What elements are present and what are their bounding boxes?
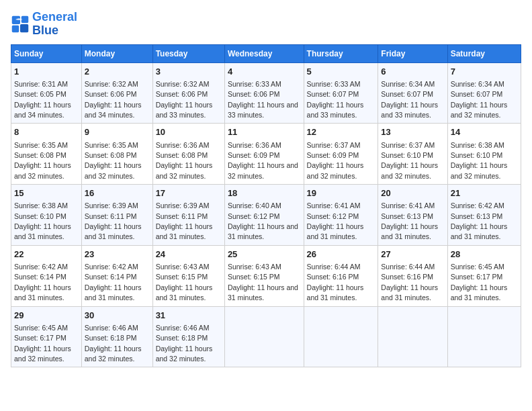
cell-detail: Sunrise: 6:37 AMSunset: 6:10 PMDaylight:…: [381, 141, 438, 180]
day-number: 7: [451, 66, 518, 78]
calendar-header-friday: Friday: [378, 44, 447, 62]
calendar-week-1: 1 Sunrise: 6:31 AMSunset: 6:05 PMDayligh…: [11, 62, 521, 124]
day-number: 26: [307, 248, 375, 261]
calendar-cell: 13 Sunrise: 6:37 AMSunset: 6:10 PMDaylig…: [378, 124, 447, 185]
calendar-header-wednesday: Wednesday: [224, 44, 304, 62]
cell-detail: Sunrise: 6:35 AMSunset: 6:08 PMDaylight:…: [14, 141, 71, 180]
calendar-table: SundayMondayTuesdayWednesdayThursdayFrid…: [11, 44, 521, 368]
calendar-header-monday: Monday: [81, 44, 152, 62]
calendar-cell: 26 Sunrise: 6:44 AMSunset: 6:16 PMDaylig…: [304, 245, 378, 306]
calendar-cell: 15 Sunrise: 6:38 AMSunset: 6:10 PMDaylig…: [11, 185, 82, 246]
cell-detail: Sunrise: 6:39 AMSunset: 6:11 PMDaylight:…: [85, 201, 142, 240]
cell-detail: Sunrise: 6:42 AMSunset: 6:14 PMDaylight:…: [14, 263, 71, 302]
cell-detail: Sunrise: 6:41 AMSunset: 6:12 PMDaylight:…: [307, 201, 364, 240]
cell-detail: Sunrise: 6:33 AMSunset: 6:06 PMDaylight:…: [228, 80, 298, 119]
day-number: 19: [307, 187, 375, 199]
day-number: 22: [14, 248, 79, 261]
cell-detail: Sunrise: 6:45 AMSunset: 6:17 PMDaylight:…: [14, 324, 71, 363]
cell-detail: Sunrise: 6:34 AMSunset: 6:07 PMDaylight:…: [451, 80, 508, 119]
calendar-cell: 7 Sunrise: 6:34 AMSunset: 6:07 PMDayligh…: [447, 62, 521, 124]
calendar-cell: 19 Sunrise: 6:41 AMSunset: 6:12 PMDaylig…: [304, 185, 378, 246]
calendar-cell: 23 Sunrise: 6:42 AMSunset: 6:14 PMDaylig…: [81, 245, 152, 306]
page-header: GeneralBlue: [11, 11, 521, 38]
calendar-cell: 12 Sunrise: 6:37 AMSunset: 6:09 PMDaylig…: [304, 124, 378, 185]
cell-detail: Sunrise: 6:43 AMSunset: 6:15 PMDaylight:…: [156, 263, 213, 302]
calendar-cell: 1 Sunrise: 6:31 AMSunset: 6:05 PMDayligh…: [11, 62, 82, 124]
calendar-cell: 24 Sunrise: 6:43 AMSunset: 6:15 PMDaylig…: [152, 245, 224, 306]
cell-detail: Sunrise: 6:44 AMSunset: 6:16 PMDaylight:…: [381, 263, 438, 302]
cell-detail: Sunrise: 6:38 AMSunset: 6:10 PMDaylight:…: [14, 201, 71, 240]
calendar-cell: 16 Sunrise: 6:39 AMSunset: 6:11 PMDaylig…: [81, 185, 152, 246]
cell-detail: Sunrise: 6:34 AMSunset: 6:07 PMDaylight:…: [381, 80, 438, 119]
day-number: 10: [156, 126, 222, 138]
calendar-header-saturday: Saturday: [447, 44, 521, 62]
cell-detail: Sunrise: 6:41 AMSunset: 6:13 PMDaylight:…: [381, 201, 438, 240]
calendar-cell: 27 Sunrise: 6:44 AMSunset: 6:16 PMDaylig…: [378, 245, 447, 306]
day-number: 20: [381, 187, 444, 199]
calendar-header-tuesday: Tuesday: [152, 44, 224, 62]
day-number: 31: [156, 310, 222, 322]
calendar-week-4: 22 Sunrise: 6:42 AMSunset: 6:14 PMDaylig…: [11, 245, 521, 306]
day-number: 18: [228, 187, 301, 199]
svg-rect-3: [20, 24, 28, 32]
calendar-cell: 25 Sunrise: 6:43 AMSunset: 6:15 PMDaylig…: [224, 245, 304, 306]
cell-detail: Sunrise: 6:32 AMSunset: 6:06 PMDaylight:…: [156, 80, 213, 119]
cell-detail: Sunrise: 6:42 AMSunset: 6:14 PMDaylight:…: [85, 263, 142, 302]
calendar-cell: [224, 306, 304, 367]
day-number: 3: [156, 66, 222, 78]
calendar-cell: 9 Sunrise: 6:35 AMSunset: 6:08 PMDayligh…: [81, 124, 152, 185]
cell-detail: Sunrise: 6:43 AMSunset: 6:15 PMDaylight:…: [228, 263, 298, 302]
day-number: 17: [156, 187, 222, 199]
day-number: 4: [228, 66, 301, 78]
calendar-cell: 14 Sunrise: 6:38 AMSunset: 6:10 PMDaylig…: [447, 124, 521, 185]
calendar-header-row: SundayMondayTuesdayWednesdayThursdayFrid…: [11, 44, 521, 62]
calendar-cell: 18 Sunrise: 6:40 AMSunset: 6:12 PMDaylig…: [224, 185, 304, 246]
calendar-cell: 4 Sunrise: 6:33 AMSunset: 6:06 PMDayligh…: [224, 62, 304, 124]
calendar-cell: [447, 306, 521, 367]
cell-detail: Sunrise: 6:38 AMSunset: 6:10 PMDaylight:…: [451, 141, 508, 180]
calendar-cell: 2 Sunrise: 6:32 AMSunset: 6:06 PMDayligh…: [81, 62, 152, 124]
cell-detail: Sunrise: 6:46 AMSunset: 6:18 PMDaylight:…: [85, 324, 142, 363]
day-number: 1: [14, 66, 79, 78]
calendar-cell: 11 Sunrise: 6:36 AMSunset: 6:09 PMDaylig…: [224, 124, 304, 185]
calendar-cell: 10 Sunrise: 6:36 AMSunset: 6:08 PMDaylig…: [152, 124, 224, 185]
cell-detail: Sunrise: 6:46 AMSunset: 6:18 PMDaylight:…: [156, 324, 213, 363]
day-number: 15: [14, 187, 79, 199]
cell-detail: Sunrise: 6:32 AMSunset: 6:06 PMDaylight:…: [85, 80, 142, 119]
day-number: 25: [228, 248, 301, 261]
calendar-cell: 5 Sunrise: 6:33 AMSunset: 6:07 PMDayligh…: [304, 62, 378, 124]
day-number: 14: [451, 126, 518, 138]
cell-detail: Sunrise: 6:44 AMSunset: 6:16 PMDaylight:…: [307, 263, 364, 302]
calendar-header-sunday: Sunday: [11, 44, 82, 62]
cell-detail: Sunrise: 6:36 AMSunset: 6:09 PMDaylight:…: [228, 141, 298, 180]
calendar-cell: [304, 306, 378, 367]
day-number: 16: [85, 187, 150, 199]
calendar-cell: [378, 306, 447, 367]
day-number: 6: [381, 66, 444, 78]
calendar-cell: 31 Sunrise: 6:46 AMSunset: 6:18 PMDaylig…: [152, 306, 224, 367]
cell-detail: Sunrise: 6:36 AMSunset: 6:08 PMDaylight:…: [156, 141, 213, 180]
cell-detail: Sunrise: 6:45 AMSunset: 6:17 PMDaylight:…: [451, 263, 508, 302]
calendar-cell: 6 Sunrise: 6:34 AMSunset: 6:07 PMDayligh…: [378, 62, 447, 124]
day-number: 12: [307, 126, 375, 138]
day-number: 27: [381, 248, 444, 261]
cell-detail: Sunrise: 6:31 AMSunset: 6:05 PMDaylight:…: [14, 80, 71, 119]
calendar-cell: 22 Sunrise: 6:42 AMSunset: 6:14 PMDaylig…: [11, 245, 82, 306]
day-number: 5: [307, 66, 375, 78]
svg-rect-0: [12, 16, 20, 24]
logo-icon: [11, 15, 30, 34]
calendar-cell: 8 Sunrise: 6:35 AMSunset: 6:08 PMDayligh…: [11, 124, 82, 185]
calendar-cell: 29 Sunrise: 6:45 AMSunset: 6:17 PMDaylig…: [11, 306, 82, 367]
calendar-week-5: 29 Sunrise: 6:45 AMSunset: 6:17 PMDaylig…: [11, 306, 521, 367]
calendar-cell: 30 Sunrise: 6:46 AMSunset: 6:18 PMDaylig…: [81, 306, 152, 367]
cell-detail: Sunrise: 6:33 AMSunset: 6:07 PMDaylight:…: [307, 80, 364, 119]
cell-detail: Sunrise: 6:35 AMSunset: 6:08 PMDaylight:…: [85, 141, 142, 180]
calendar-cell: 20 Sunrise: 6:41 AMSunset: 6:13 PMDaylig…: [378, 185, 447, 246]
cell-detail: Sunrise: 6:42 AMSunset: 6:13 PMDaylight:…: [451, 201, 508, 240]
day-number: 13: [381, 126, 444, 138]
cell-detail: Sunrise: 6:40 AMSunset: 6:12 PMDaylight:…: [228, 201, 298, 240]
day-number: 24: [156, 248, 222, 261]
calendar-cell: 3 Sunrise: 6:32 AMSunset: 6:06 PMDayligh…: [152, 62, 224, 124]
calendar-week-2: 8 Sunrise: 6:35 AMSunset: 6:08 PMDayligh…: [11, 124, 521, 185]
cell-detail: Sunrise: 6:37 AMSunset: 6:09 PMDaylight:…: [307, 141, 364, 180]
